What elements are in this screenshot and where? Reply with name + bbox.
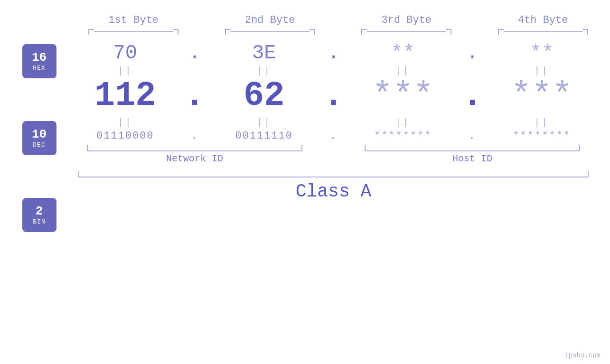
bin-badge-label: BIN [33, 218, 45, 225]
bin-dot-1: . [191, 130, 198, 142]
eq2-2: || [206, 117, 322, 128]
hex-val-2: 3E [206, 42, 322, 65]
bracket-right [173, 29, 178, 35]
hex-sep-2: . [322, 42, 346, 65]
eq2-4: || [484, 117, 600, 128]
bin-byte-1: 01110000 [96, 130, 154, 142]
eq2-1: || [68, 117, 183, 128]
byte-2-bracket [225, 29, 315, 35]
dec-byte-4: *** [511, 76, 572, 115]
hex-val-1: 70 [68, 42, 183, 65]
bin-badge-num: 2 [36, 205, 43, 218]
hex-val-4: ** [484, 42, 600, 65]
byte-4-label: 4th Byte [518, 14, 568, 26]
hex-byte-3: ** [391, 42, 415, 65]
equals2-2: || [256, 117, 272, 128]
equals-row-2: || || || || [68, 117, 600, 128]
hex-badge-num: 16 [32, 51, 47, 65]
bracket-left [361, 29, 367, 35]
hex-badge: 16 HEX [22, 44, 56, 78]
bracket-mid [231, 31, 310, 32]
sep-spacer-3 [463, 14, 487, 35]
sep-spacer-2 [327, 14, 350, 35]
bracket-left [88, 29, 94, 35]
equals-row-1: || || || || [68, 65, 600, 76]
class-label-wrap: Class A [68, 181, 600, 202]
equals-3: || [395, 65, 411, 76]
byte-3-header: 3rd Byte [350, 14, 463, 35]
bin-val-2: 00111110 [206, 130, 322, 142]
bracket-mid [504, 31, 582, 32]
network-bracket-line [87, 145, 303, 151]
bin-val-4: ******** [484, 130, 600, 142]
byte-4-bracket [498, 29, 588, 35]
byte-1-label: 1st Byte [108, 14, 159, 26]
eq2-3: || [346, 117, 461, 128]
dec-badge-num: 10 [32, 128, 47, 141]
eq-2: || [206, 65, 322, 76]
hex-sep-1: . [183, 42, 206, 65]
dec-sep-3: . [460, 76, 484, 115]
bracket-left [498, 29, 504, 35]
dec-byte-2: 62 [244, 76, 284, 115]
hex-val-3: ** [346, 42, 461, 65]
bracket-left [225, 29, 231, 35]
hex-badge-label: HEX [33, 65, 45, 72]
dec-byte-1: 112 [94, 76, 156, 115]
dec-val-4: *** [484, 76, 600, 115]
host-id-label: Host ID [452, 153, 492, 164]
bin-sep-1: . [183, 130, 206, 142]
dec-sep-1: . [183, 76, 206, 115]
dec-dot-1: . [184, 76, 205, 115]
dec-row: 112 . 62 . *** . *** [68, 76, 600, 115]
dec-sep-2: . [322, 76, 346, 115]
byte-3-label: 3rd Byte [381, 14, 432, 26]
equals-2: || [256, 65, 272, 76]
bin-dot-3: . [469, 130, 476, 142]
equals2-1: || [118, 117, 133, 128]
mid-spacer [322, 145, 346, 164]
values-section: 70 . 3E . ** . ** [68, 39, 600, 237]
class-area: Class A [68, 171, 600, 202]
host-bracket-wrap: Host ID [346, 145, 600, 164]
byte-4-header: 4th Byte [487, 14, 600, 35]
class-bracket-line [78, 171, 589, 177]
bin-val-1: 01110000 [68, 130, 183, 142]
equals2-4: || [534, 117, 549, 128]
dec-dot-3: . [462, 76, 482, 115]
network-id-label: Network ID [166, 153, 223, 164]
bracket-right [582, 29, 588, 35]
byte-brackets-row: 1st Byte 2nd Byte 3rd Byte [77, 14, 600, 35]
bracket-right [446, 29, 451, 35]
network-bracket-wrap: Network ID [68, 145, 322, 164]
dec-val-1: 112 [68, 76, 183, 115]
dec-badge: 10 DEC [22, 121, 56, 155]
content-row: 16 HEX 10 DEC 2 BIN 70 . [11, 39, 600, 237]
dec-val-3: *** [346, 76, 461, 115]
hex-dot-1: . [188, 42, 200, 65]
class-label: Class A [296, 181, 372, 202]
sep-spacer-1 [190, 14, 214, 35]
equals-4: || [534, 65, 549, 76]
byte-1-header: 1st Byte [77, 14, 190, 35]
watermark: ipshu.com [564, 352, 601, 359]
dec-badge-label: DEC [33, 141, 45, 149]
equals2-3: || [395, 117, 411, 128]
host-bracket-line [365, 145, 581, 151]
hex-row: 70 . 3E . ** . ** [68, 42, 600, 65]
bin-sep-3: . [460, 130, 484, 142]
bin-byte-4: ******** [513, 130, 571, 142]
hex-sep-3: . [460, 42, 484, 65]
hex-dot-2: . [328, 42, 339, 65]
dec-dot-2: . [323, 76, 344, 115]
bracket-mid [94, 31, 173, 32]
hex-byte-1: 70 [113, 42, 137, 65]
byte-3-bracket [361, 29, 451, 35]
bin-sep-2: . [322, 130, 346, 142]
dec-val-2: 62 [206, 76, 322, 115]
bin-byte-3: ******** [374, 130, 432, 142]
bin-badge: 2 BIN [22, 198, 56, 232]
byte-1-bracket [88, 29, 178, 35]
eq-1: || [68, 65, 183, 76]
dec-byte-3: *** [372, 76, 434, 115]
